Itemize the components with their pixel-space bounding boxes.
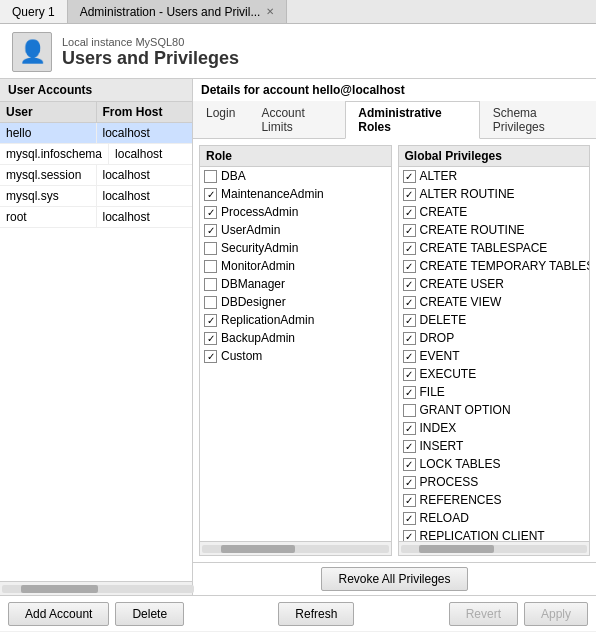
privilege-checkbox[interactable] <box>403 224 416 237</box>
avatar: 👤 <box>12 32 52 72</box>
privilege-checkbox[interactable] <box>403 170 416 183</box>
right-panel: Details for account hello@localhost Logi… <box>193 79 596 595</box>
role-item[interactable]: SecurityAdmin <box>200 239 391 257</box>
role-item[interactable]: MonitorAdmin <box>200 257 391 275</box>
privilege-checkbox[interactable] <box>403 278 416 291</box>
revoke-all-button[interactable]: Revoke All Privileges <box>321 567 467 591</box>
privilege-checkbox[interactable] <box>403 404 416 417</box>
privilege-checkbox[interactable] <box>403 188 416 201</box>
tab-btn-login[interactable]: Login <box>193 101 248 138</box>
role-label: DBA <box>221 169 246 183</box>
privilege-item[interactable]: GRANT OPTION <box>399 401 590 419</box>
privilege-label: CREATE TABLESPACE <box>420 241 548 255</box>
privilege-checkbox[interactable] <box>403 530 416 542</box>
role-checkbox[interactable] <box>204 350 217 363</box>
role-item[interactable]: BackupAdmin <box>200 329 391 347</box>
role-label: BackupAdmin <box>221 331 295 345</box>
privilege-checkbox[interactable] <box>403 350 416 363</box>
add-account-button[interactable]: Add Account <box>8 602 109 626</box>
role-item[interactable]: ProcessAdmin <box>200 203 391 221</box>
user-row[interactable]: mysql.infoschemalocalhost <box>0 144 192 165</box>
user-host: localhost <box>97 186 193 206</box>
privilege-item[interactable]: DROP <box>399 329 590 347</box>
role-item[interactable]: ReplicationAdmin <box>200 311 391 329</box>
privilege-checkbox[interactable] <box>403 332 416 345</box>
role-checkbox[interactable] <box>204 188 217 201</box>
privilege-item[interactable]: CREATE TEMPORARY TABLES <box>399 257 590 275</box>
delete-button[interactable]: Delete <box>115 602 184 626</box>
privilege-item[interactable]: REFERENCES <box>399 491 590 509</box>
privilege-checkbox[interactable] <box>403 296 416 309</box>
privilege-label: EVENT <box>420 349 460 363</box>
tab-close-icon[interactable]: ✕ <box>266 6 274 17</box>
role-checkbox[interactable] <box>204 296 217 309</box>
user-name: mysql.session <box>0 165 97 185</box>
privilege-label: CREATE VIEW <box>420 295 502 309</box>
privilege-item[interactable]: REPLICATION CLIENT <box>399 527 590 541</box>
privilege-checkbox[interactable] <box>403 476 416 489</box>
role-item[interactable]: MaintenanceAdmin <box>200 185 391 203</box>
privilege-checkbox[interactable] <box>403 368 416 381</box>
user-row[interactable]: mysql.syslocalhost <box>0 186 192 207</box>
role-item[interactable]: DBDesigner <box>200 293 391 311</box>
role-checkbox[interactable] <box>204 224 217 237</box>
role-checkbox[interactable] <box>204 206 217 219</box>
privilege-item[interactable]: LOCK TABLES <box>399 455 590 473</box>
privilege-item[interactable]: ALTER ROUTINE <box>399 185 590 203</box>
privilege-checkbox[interactable] <box>403 512 416 525</box>
user-row[interactable]: rootlocalhost <box>0 207 192 228</box>
privilege-checkbox[interactable] <box>403 458 416 471</box>
privilege-item[interactable]: CREATE <box>399 203 590 221</box>
role-item[interactable]: Custom <box>200 347 391 365</box>
privilege-item[interactable]: PROCESS <box>399 473 590 491</box>
privilege-item[interactable]: DELETE <box>399 311 590 329</box>
privilege-item[interactable]: RELOAD <box>399 509 590 527</box>
tab-admin[interactable]: Administration - Users and Privil... ✕ <box>68 0 288 23</box>
privilege-item[interactable]: CREATE ROUTINE <box>399 221 590 239</box>
privilege-item[interactable]: CREATE TABLESPACE <box>399 239 590 257</box>
privilege-item[interactable]: ALTER <box>399 167 590 185</box>
tab-query1[interactable]: Query 1 <box>0 0 68 23</box>
privilege-label: REPLICATION CLIENT <box>420 529 545 541</box>
role-item[interactable]: DBA <box>200 167 391 185</box>
privilege-item[interactable]: CREATE VIEW <box>399 293 590 311</box>
tab-btn-account-limits[interactable]: Account Limits <box>248 101 345 138</box>
refresh-button[interactable]: Refresh <box>278 602 354 626</box>
role-checkbox[interactable] <box>204 278 217 291</box>
privilege-checkbox[interactable] <box>403 422 416 435</box>
privilege-item[interactable]: INSERT <box>399 437 590 455</box>
roles-pane-header: Role <box>200 146 391 167</box>
privilege-label: LOCK TABLES <box>420 457 501 471</box>
privilege-label: CREATE <box>420 205 468 219</box>
roles-hscroll[interactable] <box>200 541 391 555</box>
role-label: DBManager <box>221 277 285 291</box>
role-checkbox[interactable] <box>204 242 217 255</box>
tab-btn-schema-privileges[interactable]: Schema Privileges <box>480 101 596 138</box>
role-checkbox[interactable] <box>204 170 217 183</box>
left-panel-hscroll[interactable] <box>0 581 192 595</box>
user-row[interactable]: mysql.sessionlocalhost <box>0 165 192 186</box>
privilege-checkbox[interactable] <box>403 440 416 453</box>
privilege-item[interactable]: INDEX <box>399 419 590 437</box>
revert-button[interactable]: Revert <box>449 602 518 626</box>
role-checkbox[interactable] <box>204 314 217 327</box>
apply-button[interactable]: Apply <box>524 602 588 626</box>
privilege-checkbox[interactable] <box>403 242 416 255</box>
user-row[interactable]: hellolocalhost <box>0 123 192 144</box>
role-checkbox[interactable] <box>204 332 217 345</box>
privileges-hscroll[interactable] <box>399 541 590 555</box>
tab-btn-administrative-roles[interactable]: Administrative Roles <box>345 101 479 139</box>
privilege-checkbox[interactable] <box>403 206 416 219</box>
privilege-checkbox[interactable] <box>403 260 416 273</box>
privilege-checkbox[interactable] <box>403 314 416 327</box>
privilege-checkbox[interactable] <box>403 386 416 399</box>
privilege-item[interactable]: EXECUTE <box>399 365 590 383</box>
privilege-label: ALTER <box>420 169 458 183</box>
role-checkbox[interactable] <box>204 260 217 273</box>
privilege-item[interactable]: CREATE USER <box>399 275 590 293</box>
role-item[interactable]: UserAdmin <box>200 221 391 239</box>
role-item[interactable]: DBManager <box>200 275 391 293</box>
privilege-item[interactable]: FILE <box>399 383 590 401</box>
privilege-checkbox[interactable] <box>403 494 416 507</box>
privilege-item[interactable]: EVENT <box>399 347 590 365</box>
